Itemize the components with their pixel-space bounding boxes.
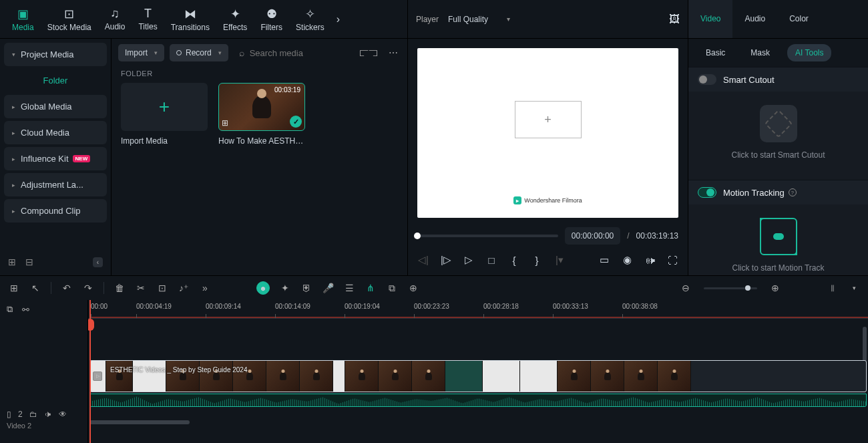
media-sidebar: ▸Project Media Folder ▸Global Media ▸Clo…	[0, 39, 111, 275]
motion-track-button[interactable]	[760, 218, 797, 255]
fullscreen-icon[interactable]: ⛶	[666, 255, 678, 266]
subtab-ai-tools[interactable]: AI Tools	[787, 44, 831, 61]
video-clip[interactable]: ▷ ESTHETIC Videos _ Step by Step Guide 2…	[89, 360, 867, 392]
volume-icon[interactable]: 🕪	[644, 255, 656, 266]
record-icon	[176, 50, 182, 55]
mark-out-icon[interactable]: }	[531, 255, 543, 266]
horizontal-scrollbar[interactable]	[89, 420, 867, 424]
subtab-basic[interactable]: Basic	[698, 44, 733, 61]
redo-icon[interactable]: ↷	[82, 283, 94, 293]
magnet-icon[interactable]: ⋔	[365, 283, 377, 293]
quality-dropdown[interactable]: Full Quality▾	[448, 15, 510, 24]
sidebar-adjustment-layer[interactable]: ▸Adjustment La...	[4, 173, 107, 196]
transitions-icon: ⧓	[184, 7, 196, 21]
mic-icon[interactable]: 🎤	[322, 283, 334, 293]
import-media-card[interactable]: + Import Media	[121, 83, 208, 146]
clip-title: ESTHETIC Videos _ Step by Step Guide 202…	[110, 366, 248, 374]
undo-icon[interactable]: ↶	[61, 283, 73, 293]
group-icon[interactable]: ⧉	[386, 283, 398, 294]
sidebar-compound-clip[interactable]: ▸Compound Clip	[4, 199, 107, 223]
split-icon[interactable]: ✂	[135, 283, 147, 293]
tab-stickers[interactable]: ✧Stickers	[289, 0, 331, 38]
shield-icon[interactable]: ⛨	[300, 283, 312, 293]
tab-audio[interactable]: ♫Audio	[98, 0, 132, 38]
link-icon[interactable]: ⚯	[22, 305, 29, 315]
collapse-sidebar-icon[interactable]: ‹	[93, 257, 103, 267]
sidebar-global-media[interactable]: ▸Global Media	[4, 95, 107, 118]
audio-clip[interactable]	[89, 394, 867, 407]
tab-media[interactable]: ▣Media	[5, 0, 41, 38]
tab-stock-media[interactable]: ⊡Stock Media	[41, 0, 98, 38]
sidebar-influence-kit[interactable]: ▸Influence KitNEW	[4, 147, 107, 170]
sidebar-cloud-media[interactable]: ▸Cloud Media	[4, 121, 107, 144]
import-dropdown[interactable]: Import▾	[118, 44, 164, 61]
play-icon[interactable]: ▷	[463, 254, 475, 266]
snapshot-icon[interactable]: 🖼	[669, 13, 680, 25]
marker-icon[interactable]: |▾	[554, 254, 566, 266]
subtab-mask[interactable]: Mask	[742, 44, 778, 61]
delete-icon[interactable]: 🗑	[114, 283, 126, 293]
canvas-placeholder-icon: +	[515, 101, 582, 138]
media-clip-card[interactable]: 00:03:19 ⊞ ✓ How To Make AESTHE...	[218, 83, 305, 146]
stop-icon[interactable]: □	[485, 255, 497, 266]
smart-cutout-toggle[interactable]	[698, 74, 716, 85]
track-layers-icon[interactable]: ▯	[7, 410, 11, 419]
zoom-slider[interactable]	[704, 287, 757, 289]
search-input[interactable]	[250, 48, 351, 58]
player-label: Player	[416, 15, 439, 24]
smart-cutout-header[interactable]: Smart Cutout	[688, 67, 868, 92]
tab-audio-props[interactable]: Audio	[732, 0, 777, 38]
more-options-icon[interactable]: ⋯	[386, 45, 401, 61]
current-timecode[interactable]: 00:00:00:00	[565, 227, 620, 245]
filter-icon[interactable]: ⫍⫎	[357, 45, 381, 61]
thumbnail-person-icon	[252, 96, 271, 118]
mixer-chevron-icon[interactable]: ▾	[848, 285, 860, 291]
sparkle-icon[interactable]: ✦	[279, 283, 291, 293]
sidebar-project-media[interactable]: ▸Project Media	[4, 43, 107, 66]
smart-cutout-button[interactable]	[760, 105, 797, 142]
track-visible-icon[interactable]: 👁	[59, 410, 67, 419]
expand-icon[interactable]: ⊕	[407, 283, 419, 293]
tab-effects[interactable]: ✦Effects	[216, 0, 254, 38]
display-icon[interactable]: ▭	[598, 254, 610, 266]
track-mute-icon[interactable]: 🕩	[44, 410, 52, 419]
tab-color[interactable]: Color	[777, 0, 821, 38]
timeline-ruler[interactable]: 00:00 00:00:04:19 00:00:09:14 00:00:14:0…	[88, 300, 868, 319]
mark-in-icon[interactable]: {	[508, 255, 520, 266]
zoom-in-icon[interactable]: ⊕	[769, 283, 781, 293]
clip-play-icon[interactable]: ▷	[93, 372, 102, 381]
clip-duration: 00:03:19	[274, 86, 300, 94]
next-frame-icon[interactable]: |▷	[440, 254, 452, 266]
zoom-out-icon[interactable]: ⊖	[680, 283, 692, 293]
camera-icon[interactable]: ◉	[621, 254, 633, 266]
selection-tool-icon[interactable]: ↖	[29, 283, 41, 293]
scrub-bar[interactable]	[417, 235, 558, 237]
sidebar-folder[interactable]: Folder	[4, 69, 107, 92]
tab-titles[interactable]: TTitles	[132, 0, 164, 38]
add-media-icon[interactable]: +	[121, 83, 208, 131]
delete-folder-icon[interactable]: ⊟	[25, 257, 33, 267]
new-folder-icon[interactable]: ⊞	[8, 257, 16, 267]
help-icon[interactable]: ?	[789, 188, 797, 196]
more-tools-icon[interactable]: »	[199, 283, 211, 293]
speed-icon[interactable]: ♪⁺	[178, 283, 190, 293]
mixer-icon[interactable]: ⦀	[827, 283, 839, 294]
ai-avatar-icon[interactable]: ☻	[256, 281, 270, 295]
motion-tracking-toggle[interactable]	[698, 187, 716, 198]
tab-filters[interactable]: ⚉Filters	[254, 0, 289, 38]
playhead[interactable]	[89, 300, 91, 443]
record-dropdown[interactable]: Record▾	[170, 44, 228, 61]
motion-tracking-header[interactable]: Motion Tracking ?	[688, 180, 868, 204]
list-icon[interactable]: ☰	[343, 283, 355, 293]
crop-icon[interactable]: ⊡	[156, 283, 168, 293]
toolbar-more-icon[interactable]: ›	[331, 13, 345, 25]
scrub-head[interactable]	[414, 233, 421, 239]
track-folder-icon[interactable]: 🗀	[29, 410, 37, 419]
tab-transitions[interactable]: ⧓Transitions	[164, 0, 216, 38]
preview-canvas[interactable]: + ▸Wondershare Filmora	[417, 48, 678, 218]
duplicate-icon[interactable]: ⧉	[7, 304, 13, 315]
chevron-down-icon: ▾	[507, 15, 510, 23]
track-manager-icon[interactable]: ⊞	[8, 283, 20, 293]
prev-frame-icon[interactable]: ◁|	[417, 254, 429, 266]
tab-video[interactable]: Video	[688, 0, 732, 38]
